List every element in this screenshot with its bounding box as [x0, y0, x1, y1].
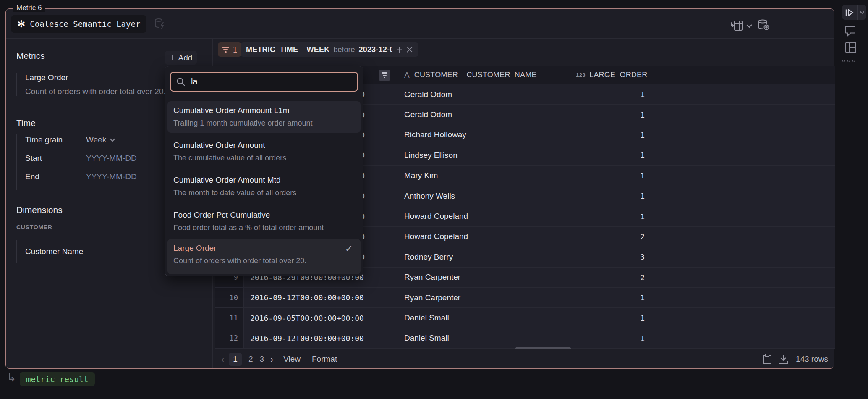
- metric-option-description: Trailing 1 month cumulative order amount: [173, 119, 356, 128]
- check-icon: ✓: [345, 243, 353, 255]
- end-date-input[interactable]: YYYY-MM-DD: [86, 172, 137, 181]
- end-date-label: End: [25, 172, 86, 181]
- cell-large-order: 1: [569, 288, 648, 308]
- comment-button[interactable]: [845, 26, 857, 37]
- metric-description: Count of orders with order total over 20…: [25, 87, 166, 96]
- time-settings-group: Time grain Week Start YYYY-MM-DD End YYY…: [16, 134, 137, 190]
- cell-customer-name: Ryan Carpenter: [394, 268, 569, 288]
- metric-option-title: Large Order: [173, 244, 356, 253]
- time-grain-label: Time grain: [25, 135, 86, 144]
- metrics-section-title: Metrics: [16, 51, 45, 61]
- start-date-input[interactable]: YYYY-MM-DD: [86, 154, 137, 163]
- output-arrow-icon: ↳: [7, 371, 16, 384]
- metric-option[interactable]: Large OrderCount of orders with order to…: [167, 239, 361, 274]
- run-options-button[interactable]: [858, 5, 866, 20]
- cell-customer-name: Lindsey Ellison: [394, 145, 569, 165]
- cell-metric-time-week: 2016-09-12T00:00:00+00:00: [244, 328, 394, 349]
- cell-customer-name: Richard Holloway: [394, 125, 569, 145]
- filter-count-chip[interactable]: 1: [218, 42, 241, 57]
- snowflake-icon: ✻: [17, 19, 25, 29]
- chevron-down-icon: [110, 138, 115, 142]
- metric-option[interactable]: Cumulative Order AmountThe cumulative va…: [167, 136, 361, 168]
- view-tab[interactable]: View: [283, 354, 301, 364]
- table-footer: ‹ 123 › View Format 143 rows: [215, 350, 835, 368]
- add-button-label: Add: [178, 53, 193, 63]
- dimension-item-customer-name[interactable]: Customer Name: [16, 240, 83, 263]
- cell-empty: [648, 308, 835, 328]
- more-options-button[interactable]: [842, 60, 855, 62]
- cell-empty: [648, 268, 835, 288]
- metric-option[interactable]: Cumulative Order Amount MtdThe month to …: [167, 171, 361, 202]
- metric-option-title: Cumulative Order Ammount L1m: [173, 106, 356, 115]
- add-metric-button[interactable]: Add: [165, 51, 197, 65]
- add-filter-button[interactable]: [392, 42, 406, 57]
- view-source-data-icon[interactable]: [757, 19, 770, 32]
- column-title: LARGE_ORDER: [589, 71, 647, 79]
- metric-option-description: Food order total as a % of total order a…: [173, 223, 356, 232]
- selected-metric-item[interactable]: Large Order Count of orders with order t…: [16, 73, 166, 96]
- customer-name-column-header[interactable]: A CUSTOMER__CUSTOMER_NAME: [394, 66, 569, 84]
- layout-button[interactable]: [845, 42, 857, 53]
- cell-empty: [648, 125, 835, 145]
- cell-large-order: 1: [569, 206, 648, 226]
- table-row: 122016-09-12T00:00:00+00:00Daniel Small1: [215, 328, 835, 349]
- cell-customer-name: Rodney Berry: [394, 247, 569, 267]
- download-icon[interactable]: [778, 354, 789, 365]
- cell-empty: [648, 105, 835, 125]
- time-section-title: Time: [16, 118, 36, 128]
- prev-page-button[interactable]: ‹: [221, 354, 224, 364]
- cell-large-order: 1: [569, 308, 648, 328]
- number-type-icon: 123: [576, 72, 586, 78]
- cell-large-order: 1: [569, 105, 648, 125]
- data-source-name: Coalesce Semantic Layer: [30, 19, 140, 29]
- start-date-label: Start: [25, 154, 86, 163]
- metric-option[interactable]: Food Order Pct CumulativeFood order tota…: [167, 206, 361, 237]
- cell-empty: [648, 145, 835, 165]
- large-order-column-header[interactable]: 123 LARGE_ORDER: [569, 66, 648, 84]
- remove-filter-icon[interactable]: [406, 46, 413, 53]
- push-to-table-icon[interactable]: [730, 20, 743, 31]
- metric-option-description: The cumulative value of all orders: [173, 154, 356, 163]
- output-variable[interactable]: metric_result: [20, 372, 95, 386]
- cell-empty: [648, 328, 835, 349]
- metric-option-title: Cumulative Order Amount: [173, 141, 356, 150]
- cell-large-order: 1: [569, 125, 648, 145]
- page-button-1[interactable]: 1: [229, 353, 242, 366]
- copy-icon[interactable]: [762, 353, 772, 365]
- dimension-group-label: CUSTOMER: [16, 224, 52, 231]
- chevron-down-icon[interactable]: [746, 24, 753, 28]
- search-icon: [176, 77, 186, 87]
- cell-empty: [648, 247, 835, 267]
- metric-search-dropdown: la Cumulative Order Ammount L1mTrailing …: [165, 66, 363, 276]
- filter-icon: [222, 47, 229, 52]
- filter-operator: before: [333, 45, 355, 54]
- column-filter-indicator[interactable]: [379, 70, 390, 81]
- plus-icon: [396, 47, 403, 53]
- cell-title: Metric 6: [13, 4, 45, 12]
- table-row: 102016-09-12T00:00:00+00:00Ryan Carpente…: [215, 288, 835, 308]
- data-source-badge[interactable]: ✻ Coalesce Semantic Layer: [11, 15, 146, 33]
- cell-customer-name: Howard Copeland: [394, 206, 569, 226]
- row-index: 10: [215, 288, 244, 308]
- next-page-button[interactable]: ›: [270, 354, 273, 364]
- filter-count: 1: [233, 45, 237, 54]
- horizontal-scrollbar-thumb[interactable]: [515, 347, 571, 349]
- metric-search-input[interactable]: la: [170, 72, 358, 92]
- empty-column-header: [648, 66, 835, 84]
- cell-large-order: 3: [569, 247, 648, 267]
- metric-option-description: Count of orders with order total over 20…: [173, 257, 356, 265]
- edit-source-icon[interactable]: [154, 17, 166, 30]
- run-button[interactable]: [842, 5, 857, 20]
- metric-option[interactable]: Cumulative Order Ammount L1mTrailing 1 m…: [167, 101, 361, 133]
- cell-large-order: 1: [569, 328, 648, 349]
- time-grain-value: Week: [86, 135, 106, 144]
- run-cell-control: [842, 5, 866, 20]
- app-canvas: Metric 6 ✻ Coalesce Semantic Layer: [0, 0, 868, 399]
- cell-customer-name: Gerald Odom: [394, 84, 569, 105]
- format-tab[interactable]: Format: [312, 354, 337, 364]
- page-button-3[interactable]: 3: [260, 354, 264, 364]
- cell-empty: [648, 206, 835, 226]
- page-button-2[interactable]: 2: [248, 354, 253, 364]
- time-grain-select[interactable]: Week: [86, 135, 115, 144]
- cell-large-order: 2: [569, 227, 648, 247]
